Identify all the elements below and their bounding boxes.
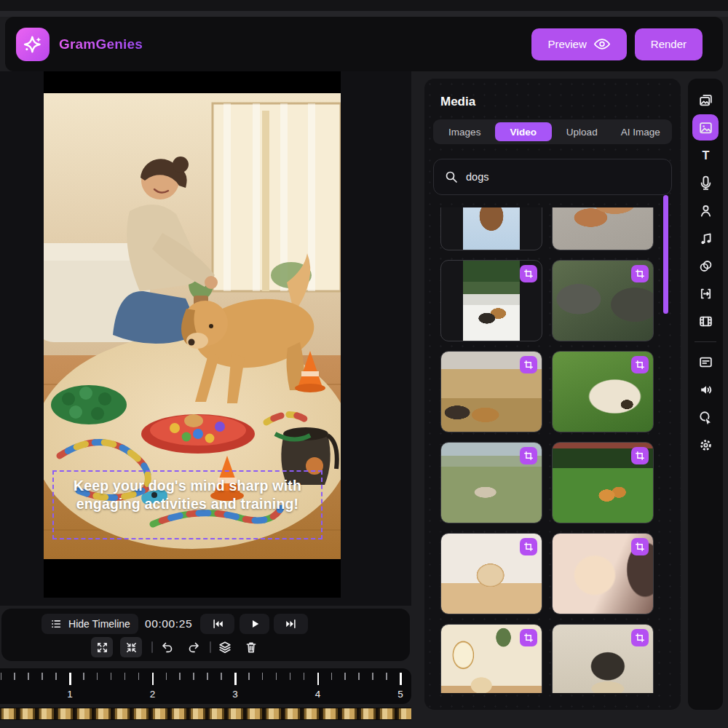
media-thumbnail-pomeranian-on-floor[interactable]	[440, 533, 542, 614]
filmstrip-icon	[698, 314, 713, 329]
hide-timeline-button[interactable]: Hide Timeline	[41, 614, 138, 634]
crop-badge[interactable]	[520, 356, 537, 373]
preview-button-label: Preview	[547, 38, 586, 50]
ruler-minor-tick	[193, 673, 194, 680]
ruler-minor-tick	[344, 673, 346, 680]
skip-forward-button[interactable]	[274, 614, 308, 634]
timeline-controls-panel: Hide Timeline 00:00:25	[1, 609, 410, 661]
settings-icon	[698, 438, 713, 453]
search-input[interactable]	[466, 171, 648, 183]
tab-video[interactable]: Video	[495, 122, 553, 141]
video-track-filmstrip[interactable]	[0, 708, 411, 720]
crop-badge[interactable]	[631, 356, 649, 373]
tab-upload[interactable]: Upload	[553, 122, 611, 141]
app-root: GramGenies Preview Render	[0, 0, 728, 728]
app-header: GramGenies Preview Render	[5, 17, 723, 71]
tool-avatar-button[interactable]	[692, 197, 719, 223]
crop-badge[interactable]	[631, 538, 649, 555]
media-thumbnail-terrier-on-beige[interactable]	[552, 624, 654, 693]
caption-selection-box[interactable]: Keep your dog's mind sharp with engaging…	[52, 470, 323, 539]
search-icon	[444, 170, 459, 184]
crop-badge[interactable]	[520, 265, 537, 282]
zoom-collapse-button[interactable]	[120, 637, 142, 657]
timeline-ruler[interactable]: 12345	[0, 668, 411, 704]
crop-badge[interactable]	[631, 447, 649, 464]
divider	[210, 641, 211, 653]
ruler-label: 1	[67, 689, 73, 700]
voiceover-mic-icon	[698, 175, 713, 191]
media-thumbnail-dog-rolling-in-park[interactable]	[440, 442, 542, 523]
preview-button[interactable]: Preview	[531, 28, 626, 60]
tool-captions-button[interactable]	[692, 349, 719, 375]
ruler-minor-tick	[124, 673, 126, 680]
thumbnail-photo	[463, 261, 520, 341]
media-thumbnail-brown-dogs-on-gravel[interactable]	[552, 207, 654, 250]
media-thumbnail-pomeranian-held[interactable]	[552, 533, 654, 614]
media-thumbnail-labrador-by-mirror[interactable]	[440, 624, 542, 693]
ruler-minor-tick	[55, 673, 57, 680]
media-thumbnail-dogs-on-leash-walk[interactable]	[440, 260, 542, 341]
skip-back-button[interactable]	[200, 614, 234, 634]
media-search[interactable]	[433, 159, 672, 195]
brand-logo[interactable]	[16, 28, 50, 61]
collapse-icon	[124, 641, 138, 654]
media-gallery-icon	[698, 92, 713, 108]
ruler-minor-tick	[276, 673, 277, 680]
captions-icon	[698, 355, 713, 370]
tool-audio-button[interactable]	[692, 376, 719, 403]
brand-name: GramGenies	[59, 36, 143, 52]
tool-music-button[interactable]	[692, 225, 719, 251]
ruler-minor-tick	[290, 673, 291, 680]
tool-filmstrip-button[interactable]	[692, 308, 719, 334]
media-thumbnail-golden-puppy-on-lawn[interactable]	[552, 351, 654, 432]
media-panel: Media ImagesVideoUploadAI Image	[424, 79, 681, 710]
tool-media-gallery-button[interactable]	[692, 87, 719, 113]
delete-button[interactable]	[240, 637, 262, 657]
ruler-minor-tick	[138, 673, 140, 680]
media-thumbnail-dogs-running-on-beach[interactable]	[440, 351, 542, 432]
crop-badge[interactable]	[631, 629, 649, 646]
tool-transitions-button[interactable]	[692, 280, 719, 306]
ruler-minor-tick	[207, 673, 208, 680]
tool-voiceover-mic-button[interactable]	[692, 170, 719, 196]
tab-ai-image[interactable]: AI Image	[612, 122, 670, 141]
ruler-minor-tick	[111, 673, 112, 680]
ruler-minor-tick	[262, 673, 264, 680]
sparkle-icon	[23, 34, 43, 55]
crop-badge[interactable]	[520, 538, 537, 555]
crop-badge[interactable]	[520, 629, 537, 646]
media-thumbnail-dog-on-blue-backdrop[interactable]	[440, 207, 542, 250]
undo-button[interactable]	[157, 637, 178, 657]
media-thumbnail-gray-dogs-in-grass[interactable]	[552, 260, 654, 341]
ruler-minor-tick	[179, 673, 181, 680]
expand-icon	[95, 641, 109, 654]
crop-badge[interactable]	[520, 447, 537, 464]
avatar-icon	[698, 203, 713, 218]
render-button[interactable]: Render	[635, 28, 703, 60]
ruler-minor-tick	[166, 673, 167, 680]
zoom-expand-button[interactable]	[91, 637, 113, 657]
tool-rail: T	[688, 79, 723, 710]
tab-images[interactable]: Images	[436, 122, 494, 141]
ruler-major-tick	[400, 673, 402, 685]
layers-button[interactable]	[214, 637, 236, 657]
media-thumbnail-puppies-by-hedges[interactable]	[552, 442, 654, 523]
media-scrollbar-thumb[interactable]	[663, 195, 668, 314]
tool-text-button[interactable]: T	[692, 142, 719, 168]
tool-image-button[interactable]	[692, 114, 719, 141]
ruler-label: 5	[397, 689, 403, 700]
skip-back-icon	[210, 617, 226, 630]
play-button[interactable]	[240, 614, 269, 634]
ruler-major-tick	[234, 673, 237, 685]
video-preview-frame[interactable]: Keep your dog's mind sharp with engaging…	[44, 71, 341, 598]
stickers-icon	[698, 258, 713, 274]
ruler-minor-tick	[372, 673, 373, 680]
tool-stickers-button[interactable]	[692, 253, 719, 279]
crop-badge[interactable]	[631, 265, 649, 282]
redo-button[interactable]	[183, 637, 205, 657]
tool-cursor-click-button[interactable]	[692, 404, 719, 430]
timecode: 00:00:25	[145, 614, 192, 634]
undo-icon	[160, 640, 175, 654]
tool-settings-button[interactable]	[692, 432, 719, 458]
ruler-minor-tick	[358, 673, 360, 680]
